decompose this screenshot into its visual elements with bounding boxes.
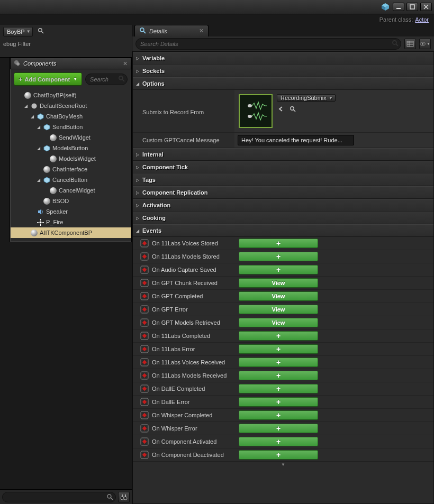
event-view-button[interactable]: View (239, 318, 318, 327)
event-add-button[interactable] (239, 450, 318, 460)
component-label: AIITKComponentBP (40, 230, 92, 236)
event-add-button[interactable] (239, 424, 318, 433)
event-view-button[interactable]: View (239, 291, 318, 301)
category-label: Options (142, 80, 165, 87)
search-icon[interactable] (38, 28, 44, 35)
event-row: On GPT ErrorView (133, 303, 433, 316)
event-label: On Component Activated (152, 438, 236, 445)
add-component-button[interactable]: +Add Component (14, 72, 82, 86)
components-panel-header[interactable]: Components ✕ (10, 58, 131, 69)
binoculars-button[interactable] (118, 492, 130, 502)
widget-icon (43, 177, 50, 184)
component-tree-item[interactable]: CancelWidget (11, 185, 131, 196)
component-tree-item[interactable]: AIITKComponentBP (11, 227, 131, 238)
component-tree-item[interactable]: Speaker (11, 206, 131, 217)
chevron-icon: ▷ (136, 165, 140, 170)
expand-arrow-icon[interactable]: ◢ (23, 104, 29, 108)
bottom-search-input[interactable] (2, 492, 116, 502)
category-header[interactable]: ▷Variable (133, 52, 433, 65)
svg-rect-74 (142, 439, 147, 444)
search-icon[interactable] (392, 40, 399, 48)
event-delegate-icon (140, 358, 149, 366)
event-delegate-icon (140, 318, 149, 327)
component-label: Speaker (46, 208, 68, 215)
component-tree-item[interactable]: ModelsWidget (11, 153, 131, 164)
component-label: SendButton (52, 124, 83, 130)
close-icon[interactable]: ✕ (123, 60, 128, 67)
event-add-button[interactable] (239, 265, 318, 274)
category-header[interactable]: ◢Events (133, 224, 433, 237)
event-add-button[interactable] (239, 397, 318, 407)
event-view-button[interactable]: View (239, 278, 318, 288)
submix-combobox[interactable]: RecordingSubmix (277, 94, 336, 102)
event-add-button[interactable] (239, 410, 318, 420)
back-arrow-icon[interactable] (277, 105, 285, 113)
property-matrix-button[interactable] (404, 39, 416, 49)
component-tree-item[interactable]: SendWidget (11, 132, 131, 143)
expand-notch[interactable] (133, 462, 433, 467)
expand-arrow-icon[interactable]: ◢ (36, 125, 41, 130)
svg-point-41 (248, 115, 252, 118)
svg-point-19 (40, 221, 42, 223)
component-tree-item[interactable]: ChatBoyBP(self) (11, 90, 131, 100)
event-add-button[interactable] (239, 358, 318, 367)
category-header[interactable]: ◢Options (133, 77, 433, 90)
expand-arrow-icon[interactable]: ◢ (30, 114, 35, 119)
blueprint-dropdown[interactable]: BoyBP (3, 27, 33, 36)
chevron-icon: ▷ (136, 216, 140, 221)
search-icon[interactable] (118, 75, 125, 83)
component-label: ChatBoyBP(self) (33, 92, 76, 98)
category-header[interactable]: ▷Cooking (133, 212, 433, 224)
component-tree-item[interactable]: ◢CancelButton (11, 175, 131, 185)
event-row: On 11Labs Completed (133, 329, 433, 343)
category-header[interactable]: ▷Tags (133, 173, 433, 186)
view-options-button[interactable] (419, 39, 431, 49)
category-label: Tags (142, 177, 156, 183)
details-search-input[interactable] (135, 38, 401, 50)
component-tree-item[interactable]: BSOD (11, 196, 131, 206)
event-view-button[interactable]: View (239, 305, 318, 314)
expand-arrow-icon[interactable]: ◢ (36, 178, 41, 182)
component-label: ChatBoyMesh (46, 113, 83, 120)
category-header[interactable]: ▷Internal (133, 148, 433, 161)
component-tree-item[interactable]: ◢SendButton (11, 122, 131, 132)
category-header[interactable]: ▷Activation (133, 199, 433, 212)
component-tree-item[interactable]: ◢ModelsButton (11, 143, 131, 153)
cancel-message-input[interactable] (238, 135, 354, 145)
component-tree-item[interactable]: P_Fire (11, 217, 131, 227)
category-header[interactable]: ▷Component Replication (133, 186, 433, 199)
event-add-button[interactable] (239, 371, 318, 380)
category-header[interactable]: ▷Component Tick (133, 161, 433, 173)
svg-rect-58 (142, 334, 147, 338)
component-tree-item[interactable]: ◢DefaultSceneRoot (11, 100, 131, 111)
category-label: Cooking (142, 215, 166, 221)
search-icon (139, 27, 146, 35)
asset-thumbnail[interactable] (239, 94, 273, 128)
parent-class-link[interactable]: Actor (415, 16, 429, 23)
maximize-button[interactable] (406, 3, 418, 11)
category-header[interactable]: ▷Sockets (133, 65, 433, 77)
event-label: On 11Labs Voices Stored (152, 240, 236, 246)
minimize-button[interactable] (393, 3, 404, 11)
svg-rect-3 (396, 8, 401, 9)
event-label: On 11Labs Voices Received (152, 359, 236, 365)
category-label: Variable (142, 55, 165, 61)
component-tree-item[interactable]: ◢ChatBoyMesh (11, 111, 131, 122)
close-button[interactable] (420, 3, 432, 11)
event-label: On 11Labs Models Received (152, 372, 236, 379)
search-icon[interactable] (106, 493, 113, 501)
component-label: BSOD (52, 198, 69, 204)
details-tab[interactable]: Details ✕ (134, 25, 209, 36)
sphere-icon (50, 134, 57, 141)
event-add-button[interactable] (239, 239, 318, 248)
event-add-button[interactable] (239, 252, 318, 261)
event-add-button[interactable] (239, 331, 318, 341)
expand-arrow-icon[interactable]: ◢ (36, 146, 41, 151)
event-add-button[interactable] (239, 344, 318, 354)
component-tree-item[interactable]: ChatInterface (11, 164, 131, 175)
event-add-button[interactable] (239, 437, 318, 446)
close-icon[interactable]: ✕ (199, 28, 204, 34)
svg-line-25 (111, 498, 113, 500)
event-add-button[interactable] (239, 384, 318, 393)
search-icon[interactable] (288, 105, 297, 113)
